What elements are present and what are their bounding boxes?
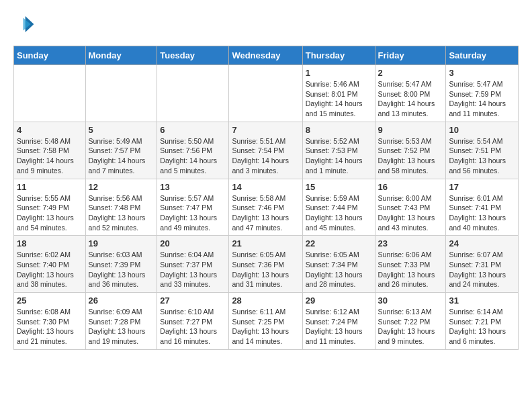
calendar-cell: 17Sunrise: 6:01 AM Sunset: 7:41 PM Dayli… [446,179,519,236]
day-number: 21 [232,238,299,248]
day-number: 31 [449,295,515,306]
day-number: 29 [306,295,372,306]
day-number: 3 [449,68,515,78]
day-info: Sunrise: 6:10 AM Sunset: 7:27 PM Dayligh… [160,307,226,347]
day-info: Sunrise: 6:12 AM Sunset: 7:24 PM Dayligh… [306,307,372,347]
calendar-cell: 29Sunrise: 6:12 AM Sunset: 7:24 PM Dayli… [302,293,375,350]
day-info: Sunrise: 5:50 AM Sunset: 7:56 PM Dayligh… [160,136,226,176]
calendar-cell: 15Sunrise: 5:59 AM Sunset: 7:44 PM Dayli… [302,179,375,236]
header-friday: Friday [375,46,446,65]
calendar-cell [85,65,157,122]
calendar-table: SundayMondayTuesdayWednesdayThursdayFrid… [13,46,519,350]
day-number: 28 [232,295,299,306]
day-number: 6 [160,125,226,135]
day-info: Sunrise: 5:55 AM Sunset: 7:49 PM Dayligh… [17,193,83,233]
day-number: 23 [378,238,443,248]
calendar-cell: 2Sunrise: 5:47 AM Sunset: 8:00 PM Daylig… [375,65,446,122]
day-info: Sunrise: 5:57 AM Sunset: 7:47 PM Dayligh… [160,193,226,233]
calendar-cell: 11Sunrise: 5:55 AM Sunset: 7:49 PM Dayli… [14,179,86,236]
calendar-cell: 23Sunrise: 6:06 AM Sunset: 7:33 PM Dayli… [375,236,446,293]
day-info: Sunrise: 5:52 AM Sunset: 7:53 PM Dayligh… [306,136,372,176]
day-number: 22 [306,238,372,248]
day-info: Sunrise: 5:59 AM Sunset: 7:44 PM Dayligh… [306,193,372,233]
calendar-cell: 14Sunrise: 5:58 AM Sunset: 7:46 PM Dayli… [229,179,302,236]
calendar-cell: 12Sunrise: 5:56 AM Sunset: 7:48 PM Dayli… [85,179,157,236]
header-wednesday: Wednesday [229,46,302,65]
day-number: 10 [449,125,515,135]
day-number: 2 [378,68,443,78]
day-number: 4 [17,125,83,135]
calendar-cell: 20Sunrise: 6:04 AM Sunset: 7:37 PM Dayli… [157,236,229,293]
calendar-cell: 18Sunrise: 6:02 AM Sunset: 7:40 PM Dayli… [14,236,86,293]
day-number: 24 [449,238,515,248]
calendar-week-2: 4Sunrise: 5:48 AM Sunset: 7:58 PM Daylig… [14,122,519,179]
day-info: Sunrise: 5:53 AM Sunset: 7:52 PM Dayligh… [378,136,443,176]
calendar-cell: 13Sunrise: 5:57 AM Sunset: 7:47 PM Dayli… [157,179,229,236]
day-number: 25 [17,295,83,306]
day-info: Sunrise: 5:54 AM Sunset: 7:51 PM Dayligh… [449,136,515,176]
day-number: 5 [89,125,154,135]
header-monday: Monday [85,46,157,65]
calendar-cell: 10Sunrise: 5:54 AM Sunset: 7:51 PM Dayli… [446,122,519,179]
page-header [13,13,519,35]
calendar-cell: 27Sunrise: 6:10 AM Sunset: 7:27 PM Dayli… [157,293,229,350]
day-info: Sunrise: 6:13 AM Sunset: 7:22 PM Dayligh… [378,307,443,347]
day-info: Sunrise: 5:47 AM Sunset: 8:00 PM Dayligh… [378,79,443,119]
day-info: Sunrise: 6:05 AM Sunset: 7:36 PM Dayligh… [232,250,299,289]
day-number: 12 [89,182,154,192]
day-info: Sunrise: 6:03 AM Sunset: 7:39 PM Dayligh… [89,250,154,289]
calendar-cell: 4Sunrise: 5:48 AM Sunset: 7:58 PM Daylig… [14,122,86,179]
day-info: Sunrise: 5:56 AM Sunset: 7:48 PM Dayligh… [89,193,154,233]
day-info: Sunrise: 6:04 AM Sunset: 7:37 PM Dayligh… [160,250,226,289]
calendar-cell: 30Sunrise: 6:13 AM Sunset: 7:22 PM Dayli… [375,293,446,350]
calendar-cell: 6Sunrise: 5:50 AM Sunset: 7:56 PM Daylig… [157,122,229,179]
calendar-cell: 31Sunrise: 6:14 AM Sunset: 7:21 PM Dayli… [446,293,519,350]
calendar-cell [14,65,86,122]
day-number: 8 [306,125,372,135]
day-number: 26 [89,295,154,306]
day-number: 18 [17,238,83,248]
day-info: Sunrise: 5:47 AM Sunset: 7:59 PM Dayligh… [449,79,515,119]
day-number: 15 [306,182,372,192]
calendar-cell: 5Sunrise: 5:49 AM Sunset: 7:57 PM Daylig… [85,122,157,179]
calendar-cell: 1Sunrise: 5:46 AM Sunset: 8:01 PM Daylig… [302,65,375,122]
calendar-cell: 8Sunrise: 5:52 AM Sunset: 7:53 PM Daylig… [302,122,375,179]
day-number: 30 [378,295,443,306]
day-number: 9 [378,125,443,135]
day-number: 19 [89,238,154,248]
header-tuesday: Tuesday [157,46,229,65]
day-number: 20 [160,238,226,248]
calendar-cell: 22Sunrise: 6:05 AM Sunset: 7:34 PM Dayli… [302,236,375,293]
calendar-cell: 26Sunrise: 6:09 AM Sunset: 7:28 PM Dayli… [85,293,157,350]
day-info: Sunrise: 5:46 AM Sunset: 8:01 PM Dayligh… [306,79,372,119]
day-number: 17 [449,182,515,192]
day-number: 16 [378,182,443,192]
day-info: Sunrise: 5:48 AM Sunset: 7:58 PM Dayligh… [17,136,83,176]
day-info: Sunrise: 6:00 AM Sunset: 7:43 PM Dayligh… [378,193,443,233]
calendar-week-1: 1Sunrise: 5:46 AM Sunset: 8:01 PM Daylig… [14,65,519,122]
calendar-cell: 7Sunrise: 5:51 AM Sunset: 7:54 PM Daylig… [229,122,302,179]
calendar-cell [229,65,302,122]
day-number: 13 [160,182,226,192]
day-number: 7 [232,125,299,135]
calendar-header-row: SundayMondayTuesdayWednesdayThursdayFrid… [14,46,519,65]
calendar-cell: 21Sunrise: 6:05 AM Sunset: 7:36 PM Dayli… [229,236,302,293]
day-info: Sunrise: 6:09 AM Sunset: 7:28 PM Dayligh… [89,307,154,347]
header-sunday: Sunday [14,46,86,65]
calendar-week-5: 25Sunrise: 6:08 AM Sunset: 7:30 PM Dayli… [14,293,519,350]
logo-icon [13,13,35,35]
logo [13,13,38,35]
day-info: Sunrise: 6:06 AM Sunset: 7:33 PM Dayligh… [378,250,443,289]
day-info: Sunrise: 6:01 AM Sunset: 7:41 PM Dayligh… [449,193,515,233]
day-info: Sunrise: 6:05 AM Sunset: 7:34 PM Dayligh… [306,250,372,289]
day-number: 27 [160,295,226,306]
day-number: 14 [232,182,299,192]
day-info: Sunrise: 5:49 AM Sunset: 7:57 PM Dayligh… [89,136,154,176]
day-number: 11 [17,182,83,192]
day-info: Sunrise: 6:08 AM Sunset: 7:30 PM Dayligh… [17,307,83,347]
day-number: 1 [306,68,372,78]
calendar-cell: 25Sunrise: 6:08 AM Sunset: 7:30 PM Dayli… [14,293,86,350]
header-thursday: Thursday [302,46,375,65]
day-info: Sunrise: 6:11 AM Sunset: 7:25 PM Dayligh… [232,307,299,347]
calendar-week-3: 11Sunrise: 5:55 AM Sunset: 7:49 PM Dayli… [14,179,519,236]
